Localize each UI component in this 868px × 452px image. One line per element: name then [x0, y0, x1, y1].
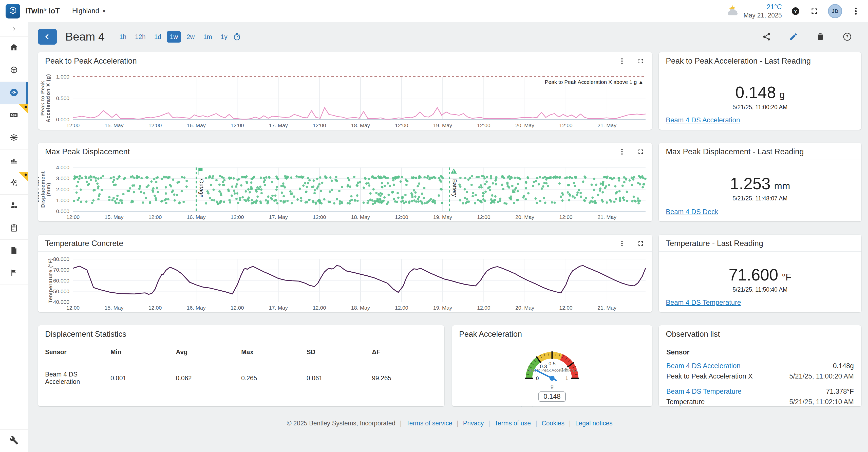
footer-link[interactable]: Privacy [463, 420, 484, 427]
edit-icon[interactable] [788, 32, 799, 42]
sidebar [0, 22, 28, 452]
avatar[interactable]: JD [828, 4, 842, 18]
svg-text:16. May: 16. May [187, 122, 206, 128]
weather-temp[interactable]: 21°C [767, 3, 782, 11]
stats-col-header: Max [241, 342, 307, 362]
gauge-svg: 00.30.50.81Peak to Peak Acceleration X [510, 343, 594, 382]
svg-text:19. May: 19. May [433, 122, 452, 128]
sidebar-item-sensors[interactable] [0, 104, 28, 127]
chevron-right-icon [11, 26, 17, 33]
card-expand-icon[interactable] [637, 147, 645, 156]
share-icon[interactable] [762, 32, 772, 42]
svg-text:21. May: 21. May [597, 122, 616, 128]
help-icon[interactable]: ? [790, 6, 801, 16]
svg-text:15. May: 15. May [105, 214, 124, 220]
time-range-1m[interactable]: 1m [200, 31, 215, 42]
stats-col-header: SD [307, 342, 372, 362]
chart-svg: 12:0015. May12:0016. May12:0017. May12:0… [38, 160, 652, 221]
tools-icon [9, 436, 19, 446]
sidebar-item-connections[interactable] [0, 127, 28, 149]
svg-text:15. May: 15. May [105, 305, 124, 311]
observation-item: Beam 4 DS Temperature71.378°F Temperatur… [666, 386, 854, 406]
sidebar-item-home[interactable] [0, 37, 28, 59]
peak-acceleration-gauge-card: Peak Acceleration 00.30.50.81Peak to Pea… [452, 325, 652, 406]
observation-sensor-link[interactable]: Beam 4 DS Acceleration [666, 361, 741, 371]
time-range-12h[interactable]: 12h [132, 31, 149, 42]
svg-text:12:00: 12:00 [313, 122, 326, 128]
warning-marker-icon [451, 169, 457, 174]
acceleration-chart-card: Peak to Peak Acceleration 12:0015. May12… [38, 52, 652, 130]
card-menu-icon[interactable] [618, 147, 626, 156]
svg-text:1: 1 [565, 375, 568, 381]
footer: © 2025 Bentley Systems, Incorporated |Te… [38, 420, 861, 427]
footer-link[interactable]: Cookies [542, 420, 564, 427]
itwin-logo-icon[interactable] [6, 4, 20, 19]
svg-text:12:00: 12:00 [149, 214, 162, 220]
svg-text:Max PeakDisplacement(mm): Max PeakDisplacement(mm) [38, 171, 51, 208]
svg-text:18. May: 18. May [351, 305, 370, 311]
time-range-2w[interactable]: 2w [183, 31, 197, 42]
time-range-1w[interactable]: 1w [167, 31, 181, 42]
reading-timestamp: 5/21/25, 11:50:40 AM [733, 286, 788, 293]
dashboard-grid: Peak to Peak Acceleration 12:0015. May12… [38, 52, 861, 406]
info-help-icon[interactable]: ? [842, 32, 852, 42]
sidebar-item-issues[interactable] [0, 262, 28, 285]
stats-col-header: Min [111, 342, 176, 362]
displacement-statistics-card: Displacement Statistics SensorMinAvgMaxS… [38, 325, 444, 406]
reading-value: 0.148 [735, 83, 776, 102]
sidebar-item-insights[interactable] [0, 172, 28, 194]
card-menu-icon[interactable] [618, 239, 626, 248]
card-title: Peak to Peak Acceleration [45, 57, 137, 66]
svg-text:12:00: 12:00 [149, 305, 162, 311]
svg-text:4.000: 4.000 [56, 164, 69, 170]
sidebar-item-documents[interactable] [0, 240, 28, 262]
sidebar-item-dashboards[interactable] [0, 82, 28, 104]
page-title: Beam 4 [65, 30, 105, 43]
back-button[interactable] [38, 29, 57, 44]
footer-link[interactable]: Terms of service [406, 420, 452, 427]
acceleration-last-reading-card: Peak to Peak Acceleration - Last Reading… [659, 52, 861, 130]
sidebar-item-forms[interactable] [0, 217, 28, 240]
project-selector[interactable]: Highland ▾ [72, 7, 105, 15]
sensor-link[interactable]: Beam 4 DS Acceleration [666, 116, 740, 124]
svg-text:?: ? [794, 9, 797, 14]
more-menu-icon[interactable] [851, 6, 861, 16]
table-row[interactable]: Beam 4 DS Acceleration0.0010.0620.2650.0… [45, 362, 437, 394]
footer-link[interactable]: Terms of use [495, 420, 531, 427]
svg-text:40.000: 40.000 [53, 299, 69, 305]
svg-text:0: 0 [536, 375, 539, 381]
sidebar-item-admin-tools[interactable] [0, 429, 28, 452]
fullscreen-icon[interactable] [809, 6, 819, 16]
auto-refresh-icon[interactable] [232, 32, 241, 41]
observation-header: Sensor [666, 349, 854, 356]
svg-text:3.000: 3.000 [56, 175, 69, 181]
card-expand-icon[interactable] [637, 239, 645, 248]
time-range-1d[interactable]: 1d [151, 31, 164, 42]
sensor-link[interactable]: Beam 4 DS Temperature [666, 299, 741, 307]
time-range-1y[interactable]: 1y [218, 31, 230, 42]
card-title: Temperature Concrete [45, 239, 123, 248]
card-menu-icon[interactable] [618, 57, 626, 65]
svg-text:12:00: 12:00 [477, 214, 491, 220]
time-range-selector: 1h12h1d1w2w1m1y [116, 31, 230, 42]
document-icon [9, 246, 19, 256]
sidebar-item-analysis[interactable] [0, 149, 28, 172]
svg-text:12:00: 12:00 [477, 122, 491, 128]
sidebar-item-model[interactable] [0, 59, 28, 82]
project-name: Highland [72, 7, 99, 15]
card-expand-icon[interactable] [637, 57, 645, 65]
reading-unit: mm [774, 181, 790, 191]
sidebar-item-collapse[interactable] [0, 22, 28, 37]
chevron-down-icon: ▾ [103, 8, 105, 14]
footer-link[interactable]: Legal notices [575, 420, 612, 427]
observation-time: 5/21/25, 11:00:20 AM [789, 371, 854, 382]
gauge-timestamp: 5/21/25, 11:00:20 AM [515, 405, 589, 406]
sensor-link[interactable]: Beam 4 DS Deck [666, 208, 718, 216]
observation-sensor-link[interactable]: Beam 4 DS Temperature [666, 386, 742, 397]
sidebar-item-alert-settings[interactable] [0, 194, 28, 217]
time-range-1h[interactable]: 1h [116, 31, 129, 42]
svg-text:70.000: 70.000 [53, 267, 69, 273]
delete-icon[interactable] [815, 32, 826, 42]
svg-text:Peak to Peak Acceleration X ab: Peak to Peak Acceleration X above 1 g ▲ [545, 79, 644, 85]
svg-text:12:00: 12:00 [477, 305, 491, 311]
